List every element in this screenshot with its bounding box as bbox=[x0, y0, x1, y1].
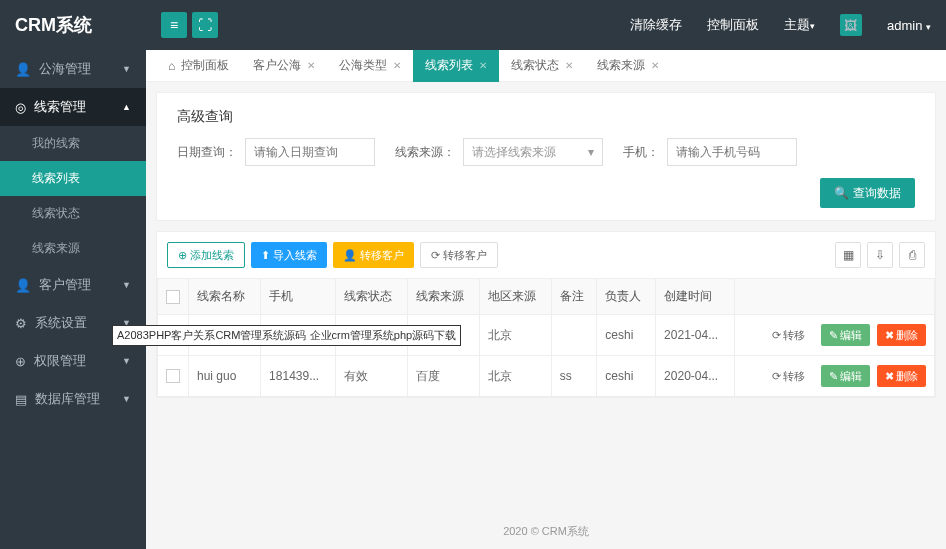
close-icon[interactable]: ✕ bbox=[479, 60, 487, 71]
user-menu[interactable]: admin ▾ bbox=[887, 18, 931, 33]
phone-input[interactable] bbox=[667, 138, 797, 166]
row-edit-button[interactable]: ✎编辑 bbox=[821, 324, 870, 346]
shield-icon: ⊕ bbox=[15, 354, 26, 369]
sub-clue-source[interactable]: 线索来源 bbox=[0, 231, 146, 266]
row-transfer-button[interactable]: ⟳转移 bbox=[764, 365, 813, 387]
sub-my-clue[interactable]: 我的线索 bbox=[0, 126, 146, 161]
tab-customer-sea[interactable]: 客户公海✕ bbox=[241, 50, 327, 82]
row-edit-button[interactable]: ✎编辑 bbox=[821, 365, 870, 387]
search-icon: 🔍 bbox=[834, 186, 849, 200]
plus-icon: ⊕ bbox=[178, 249, 187, 262]
fullscreen-button[interactable]: ⛶ bbox=[192, 12, 218, 38]
query-button[interactable]: 🔍查询数据 bbox=[820, 178, 915, 208]
row-transfer-button[interactable]: ⟳转移 bbox=[764, 324, 813, 346]
logo: CRM系统 bbox=[0, 0, 146, 50]
close-icon[interactable]: ✕ bbox=[651, 60, 659, 71]
date-label: 日期查询： bbox=[177, 144, 237, 161]
caret-down-icon: ▼ bbox=[122, 356, 131, 366]
export-button[interactable]: ⇩ bbox=[867, 242, 893, 268]
clear-cache-link[interactable]: 清除缓存 bbox=[630, 16, 682, 34]
user-icon: 👤 bbox=[343, 249, 357, 262]
sub-clue-status[interactable]: 线索状态 bbox=[0, 196, 146, 231]
filter-card: 高级查询 日期查询： 线索来源： 请选择线索来源▾ 手机： bbox=[156, 92, 936, 221]
source-select[interactable]: 请选择线索来源▾ bbox=[463, 138, 603, 166]
caret-down-icon: ▾ bbox=[810, 21, 815, 31]
caret-down-icon: ▾ bbox=[926, 22, 931, 32]
add-clue-button[interactable]: ⊕添加线索 bbox=[167, 242, 245, 268]
tab-sea-type[interactable]: 公海类型✕ bbox=[327, 50, 413, 82]
sub-clue-list[interactable]: 线索列表 bbox=[0, 161, 146, 196]
footer: 2020 © CRM系统 bbox=[146, 514, 946, 549]
topbar: ≡ ⛶ 清除缓存 控制面板 主题▾ 🖼 admin ▾ bbox=[146, 0, 946, 50]
tabs: ⌂控制面板 客户公海✕ 公海类型✕ 线索列表✕ 线索状态✕ 线索来源✕ bbox=[146, 50, 946, 82]
close-icon[interactable]: ✕ bbox=[393, 60, 401, 71]
date-input[interactable] bbox=[245, 138, 375, 166]
table-row: hui guo 181439... 有效 百度 北京 ss ceshi 2020… bbox=[158, 356, 935, 397]
caret-down-icon: ▼ bbox=[122, 394, 131, 404]
upload-icon: ⬆ bbox=[261, 249, 270, 262]
row-delete-button[interactable]: ✖删除 bbox=[877, 365, 926, 387]
close-icon[interactable]: ✕ bbox=[307, 60, 315, 71]
nav-clue[interactable]: ◎线索管理 ▲ bbox=[0, 88, 146, 126]
nav-sea[interactable]: 👤公海管理 ▼ bbox=[0, 50, 146, 88]
filter-title: 高级查询 bbox=[177, 108, 915, 126]
gear-icon: ⚙ bbox=[15, 316, 27, 331]
transfer-customer-button[interactable]: 👤转移客户 bbox=[333, 242, 414, 268]
row-delete-button[interactable]: ✖删除 bbox=[877, 324, 926, 346]
database-icon: ▤ bbox=[15, 392, 27, 407]
close-icon[interactable]: ✕ bbox=[565, 60, 573, 71]
select-all-checkbox[interactable] bbox=[166, 290, 180, 304]
caret-down-icon: ▾ bbox=[588, 145, 594, 159]
control-panel-link[interactable]: 控制面板 bbox=[707, 16, 759, 34]
row-checkbox[interactable] bbox=[166, 369, 180, 383]
caret-up-icon: ▲ bbox=[122, 102, 131, 112]
tab-control-panel[interactable]: ⌂控制面板 bbox=[156, 50, 241, 82]
print-button[interactable]: ⎙ bbox=[899, 242, 925, 268]
phone-label: 手机： bbox=[623, 144, 659, 161]
refresh-icon: ⟳ bbox=[431, 249, 440, 262]
theme-link[interactable]: 主题▾ bbox=[784, 16, 815, 34]
source-label: 线索来源： bbox=[395, 144, 455, 161]
columns-button[interactable]: ▦ bbox=[835, 242, 861, 268]
tooltip: A2083PHP客户关系CRM管理系统源码 企业crm管理系统php源码下载 bbox=[112, 325, 461, 346]
sidebar: CRM系统 👤公海管理 ▼ ◎线索管理 ▲ 我的线索 线索列表 线索状态 线索来… bbox=[0, 0, 146, 549]
tab-clue-status[interactable]: 线索状态✕ bbox=[499, 50, 585, 82]
import-clue-button[interactable]: ⬆导入线索 bbox=[251, 242, 327, 268]
tab-clue-list[interactable]: 线索列表✕ bbox=[413, 50, 499, 82]
nav-customer[interactable]: 👤客户管理 ▼ bbox=[0, 266, 146, 304]
avatar[interactable]: 🖼 bbox=[840, 14, 862, 36]
table-card: ⊕添加线索 ⬆导入线索 👤转移客户 ⟳转移客户 ▦ ⇩ ⎙ 线索名称 bbox=[156, 231, 936, 398]
nav-permission[interactable]: ⊕权限管理 ▼ bbox=[0, 342, 146, 380]
transfer-clue-button[interactable]: ⟳转移客户 bbox=[420, 242, 498, 268]
home-icon: ⌂ bbox=[168, 59, 175, 73]
user-icon: 👤 bbox=[15, 278, 31, 293]
menu-toggle-button[interactable]: ≡ bbox=[161, 12, 187, 38]
caret-down-icon: ▼ bbox=[122, 64, 131, 74]
user-icon: 👤 bbox=[15, 62, 31, 77]
tab-clue-source[interactable]: 线索来源✕ bbox=[585, 50, 671, 82]
nav-database[interactable]: ▤数据库管理 ▼ bbox=[0, 380, 146, 418]
target-icon: ◎ bbox=[15, 100, 26, 115]
caret-down-icon: ▼ bbox=[122, 280, 131, 290]
